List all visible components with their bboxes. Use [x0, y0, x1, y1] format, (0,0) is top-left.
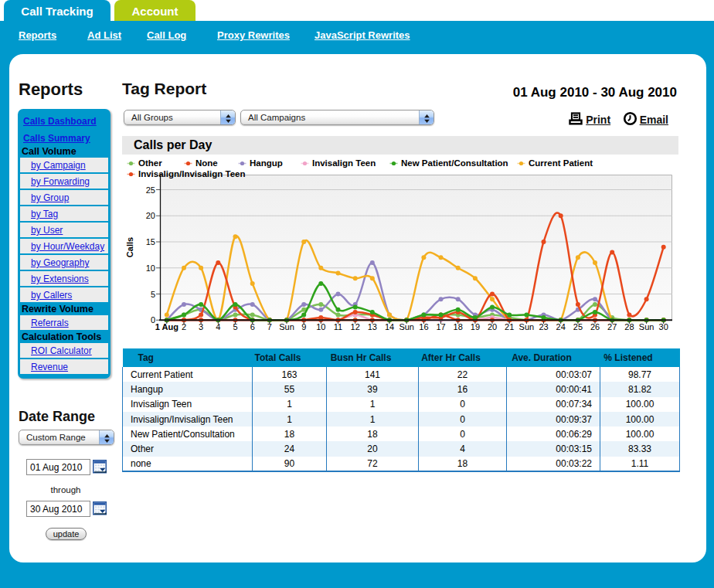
svg-text:25: 25 [573, 322, 583, 331]
svg-text:12: 12 [351, 322, 360, 331]
svg-text:19: 19 [471, 322, 480, 331]
svg-text:6: 6 [250, 322, 255, 331]
svg-text:25: 25 [146, 185, 155, 195]
svg-text:10: 10 [316, 322, 325, 331]
svg-text:13: 13 [368, 322, 377, 331]
svg-text:30: 30 [659, 322, 668, 331]
svg-text:20: 20 [488, 322, 497, 331]
svg-text:3: 3 [199, 322, 203, 331]
svg-text:5: 5 [233, 322, 237, 331]
svg-text:Sun: Sun [279, 322, 294, 331]
svg-text:5: 5 [151, 290, 155, 299]
svg-text:20: 20 [146, 211, 155, 220]
svg-text:10: 10 [146, 263, 155, 273]
svg-text:7: 7 [267, 322, 272, 331]
svg-text:2: 2 [182, 322, 186, 331]
svg-text:4: 4 [216, 322, 220, 331]
svg-text:27: 27 [607, 322, 617, 331]
svg-text:23: 23 [539, 322, 548, 331]
svg-text:Sun: Sun [399, 322, 414, 331]
svg-text:28: 28 [624, 322, 634, 331]
svg-text:Sun: Sun [519, 322, 535, 331]
svg-text:26: 26 [590, 322, 600, 331]
svg-text:1 Aug: 1 Aug [155, 322, 178, 331]
svg-text:21: 21 [505, 322, 514, 331]
svg-text:18: 18 [454, 322, 463, 331]
svg-text:Sun: Sun [639, 322, 654, 331]
svg-text:24: 24 [556, 322, 566, 331]
svg-text:14: 14 [385, 322, 394, 331]
svg-text:15: 15 [146, 237, 155, 246]
svg-text:9: 9 [301, 322, 306, 331]
svg-text:17: 17 [436, 322, 445, 331]
svg-text:11: 11 [334, 322, 342, 331]
svg-text:16: 16 [419, 322, 428, 331]
svg-text:Calls: Calls [125, 237, 134, 257]
